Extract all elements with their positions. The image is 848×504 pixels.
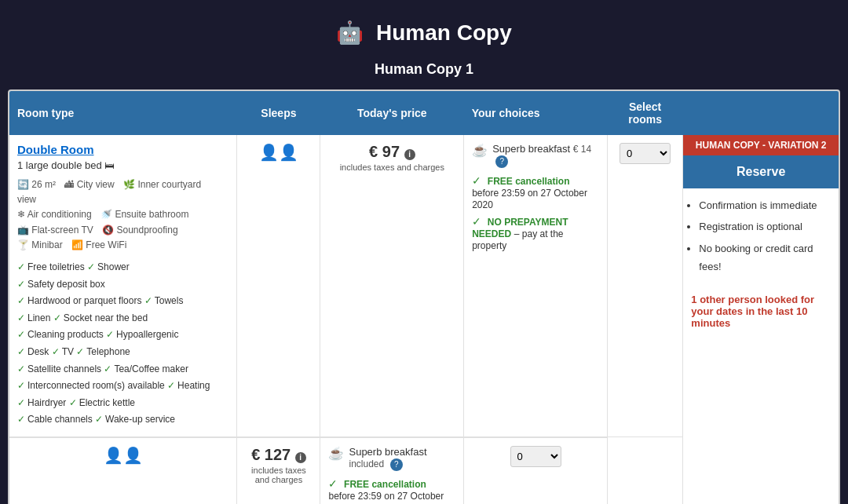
col-room-type: Room type	[9, 91, 237, 135]
prepay-check-icon-1: ✓	[472, 215, 481, 228]
room-size-icon: 🔄 26 m²	[17, 179, 56, 190]
price-value-1: € 97 i	[328, 143, 455, 161]
right-panel: HUMAN COPY - VARIATION 2 Reserve Confirm…	[683, 135, 839, 504]
minibar-icon: 🍸 Minibar	[17, 239, 63, 250]
room-name-link-1[interactable]: Double Room	[17, 143, 228, 156]
breakfast-label-2: Superb breakfast	[349, 446, 426, 458]
soundproof-icon: 🔇 Soundproofing	[102, 225, 177, 236]
choices-cell-1: ☕ Superb breakfast € 14 ? ✓ FREE cancell…	[464, 135, 608, 437]
breakfast-icon-1: ☕	[472, 143, 488, 158]
price-cell-2: € 127 i includes taxes and charges	[237, 437, 320, 504]
amenities-list: ✓Free toiletries ✓Shower ✓Safety deposit…	[17, 259, 228, 429]
benefit-item-2: Registration is optional	[699, 217, 831, 236]
bathroom-icon: 🚿 Ensuite bathroom	[101, 209, 188, 220]
price-info-icon-1[interactable]: i	[404, 149, 415, 160]
choices-cell-2: ☕ Superb breakfast included ? ✓ FREE can…	[320, 437, 464, 504]
breakfast-icon-2: ☕	[328, 446, 344, 461]
col-right	[683, 91, 839, 135]
col-price: Today's price	[320, 91, 464, 135]
breakfast-line-1: ☕ Superb breakfast € 14 ?	[472, 143, 599, 168]
col-select: Select rooms	[607, 91, 682, 135]
cancel-check-icon-1: ✓	[472, 174, 481, 187]
room-bed-1: 1 large double bed 🛏	[17, 159, 228, 171]
breakfast-line-2: ☕ Superb breakfast included ?	[328, 446, 455, 471]
sleeps-cell-2: 👤👤	[9, 437, 237, 504]
price-info-icon-2[interactable]: i	[295, 452, 306, 463]
breakfast-label-1: Superb breakfast	[492, 143, 570, 155]
emoji-icon: 🤖	[336, 20, 364, 45]
cancel-detail-1: before 23:59 on 27 October 2020	[472, 188, 587, 210]
no-prepay-1: ✓ NO PREPAYMENT NEEDED – pay at the prop…	[472, 215, 599, 251]
breakfast-price-1: € 14	[573, 144, 591, 155]
page-subtitle: Human Copy 1	[8, 53, 840, 89]
room-icons-1: 🔄 26 m² 🏙 City view 🌿 Inner courtyard vi…	[17, 177, 228, 253]
promo-text: 1 other person looked for your dates in …	[683, 287, 839, 335]
city-view-icon: 🏙 City view	[64, 179, 114, 190]
ac-icon: ❄ Air conditioning	[17, 209, 92, 220]
benefit-item-3: No booking or credit card fees!	[699, 239, 831, 276]
variation-badge: HUMAN COPY - VARIATION 2	[683, 135, 839, 155]
price-cell-1: € 97 i includes taxes and charges	[320, 135, 464, 437]
price-note-2: includes taxes and charges	[245, 466, 312, 484]
benefits-list: Confirmation is immediate Registration i…	[683, 188, 839, 287]
tv-icon: 📺 Flat-screen TV	[17, 225, 93, 236]
col-choices: Your choices	[464, 91, 608, 135]
breakfast-included-2: included	[349, 458, 384, 469]
select-cell-1: 0 1 2 3	[607, 135, 682, 437]
rooms-select-2[interactable]: 0 1 2 3	[510, 446, 561, 467]
col-sleeps: Sleeps	[237, 91, 320, 135]
sleeps-icon-2: 👤👤	[104, 447, 143, 464]
breakfast-question-icon-1[interactable]: ?	[495, 155, 508, 168]
price-note-1: includes taxes and charges	[328, 163, 455, 172]
main-card: Room type Sleeps Today's price Your choi…	[8, 89, 840, 504]
page-title: 🤖 Human Copy	[8, 8, 840, 53]
cancel-detail-2: before 23:59 on 27 October 2020	[328, 491, 444, 504]
sleeps-cell-1: 👤👤	[237, 135, 320, 437]
price-value-2: € 127 i	[245, 446, 312, 464]
free-cancel-2: ✓ FREE cancellation before 23:59 on 27 O…	[328, 477, 455, 504]
benefit-item-1: Confirmation is immediate	[699, 196, 831, 214]
reserve-button[interactable]: Reserve	[683, 155, 839, 188]
rooms-select-1[interactable]: 0 1 2 3	[620, 143, 671, 164]
wifi-icon: 📶 Free WiFi	[71, 239, 126, 250]
breakfast-question-icon-2[interactable]: ?	[390, 458, 403, 471]
free-cancel-1: ✓ FREE cancellation before 23:59 on 27 O…	[472, 174, 599, 210]
cancel-check-icon-2: ✓	[328, 477, 338, 490]
room-type-cell-1: Double Room 1 large double bed 🛏 🔄 26 m²…	[9, 135, 237, 437]
sleeps-icon-1: 👤👤	[259, 144, 298, 161]
select-cell-2: 0 1 2 3	[464, 437, 608, 504]
